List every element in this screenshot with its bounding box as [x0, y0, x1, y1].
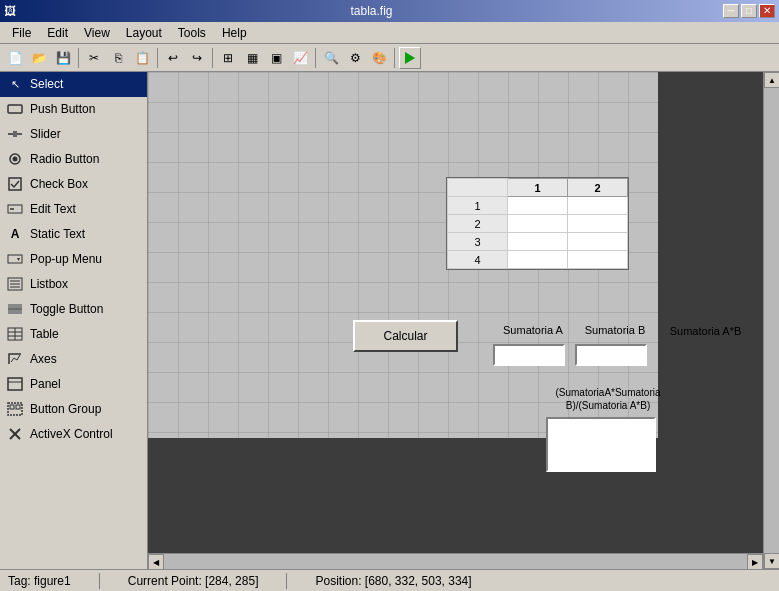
sidebar-item-popup-menu[interactable]: Pop-up Menu	[0, 247, 147, 272]
status-sep2	[286, 573, 287, 589]
table-cell-4-1[interactable]	[508, 251, 568, 269]
sidebar-label-panel: Panel	[30, 377, 61, 391]
sidebar-item-push-button[interactable]: Push Button	[0, 97, 147, 122]
cut-button[interactable]: ✂	[83, 47, 105, 69]
new-button[interactable]: 📄	[4, 47, 26, 69]
sidebar-label-check-box: Check Box	[30, 177, 88, 191]
table-widget[interactable]: 1 2 1 2 3	[446, 177, 629, 270]
menu-help[interactable]: Help	[214, 24, 255, 42]
sidebar-item-edit-text[interactable]: Edit Text	[0, 197, 147, 222]
svg-rect-0	[8, 105, 22, 113]
check-box-icon	[6, 175, 24, 193]
axes-icon	[6, 350, 24, 368]
save-button[interactable]: 💾	[52, 47, 74, 69]
sumatoria-a-label: Sumatoria A	[493, 320, 573, 340]
chart-button[interactable]: 📈	[289, 47, 311, 69]
horizontal-scrollbar[interactable]: ◀ ▶	[148, 553, 763, 569]
table-cell-3-2[interactable]	[568, 233, 628, 251]
table-row-num-3: 3	[448, 233, 508, 251]
sumatoria-b-value[interactable]	[575, 344, 647, 366]
svg-point-4	[13, 157, 18, 162]
scroll-track-h	[164, 554, 747, 569]
popup-menu-icon	[6, 250, 24, 268]
sidebar-item-axes[interactable]: Axes	[0, 347, 147, 372]
toolbar-sep3	[212, 48, 213, 68]
scroll-down-button[interactable]: ▼	[764, 553, 779, 569]
menu-layout[interactable]: Layout	[118, 24, 170, 42]
sidebar-label-radio-button: Radio Button	[30, 152, 99, 166]
app-icon: 🖼	[4, 4, 16, 18]
sidebar-label-select: Select	[30, 77, 63, 91]
sumatoria-a-value[interactable]	[493, 344, 565, 366]
undo-button[interactable]: ↩	[162, 47, 184, 69]
redo-button[interactable]: ↪	[186, 47, 208, 69]
grid2-button[interactable]: ▣	[265, 47, 287, 69]
table-col-2: 2	[568, 179, 628, 197]
align-button[interactable]: ⊞	[217, 47, 239, 69]
table-row-num-2: 2	[448, 215, 508, 233]
table-cell-1-2[interactable]	[568, 197, 628, 215]
scroll-left-button[interactable]: ◀	[148, 554, 164, 569]
scroll-up-button[interactable]: ▲	[764, 72, 779, 88]
scroll-right-button[interactable]: ▶	[747, 554, 763, 569]
table-cell-3-1[interactable]	[508, 233, 568, 251]
sidebar-item-table[interactable]: Table	[0, 322, 147, 347]
menu-file[interactable]: File	[4, 24, 39, 42]
color-button[interactable]: 🎨	[368, 47, 390, 69]
grid1-button[interactable]: ▦	[241, 47, 263, 69]
dark-panel-bottom	[148, 438, 779, 553]
canvas-area[interactable]: 1 2 1 2 3	[148, 72, 779, 569]
toolbar-sep1	[78, 48, 79, 68]
window-title: tabla.fig	[20, 4, 723, 18]
select-icon: ↖	[6, 75, 24, 93]
sidebar-label-listbox: Listbox	[30, 277, 68, 291]
maximize-button[interactable]: □	[741, 4, 757, 18]
toolbar-sep2	[157, 48, 158, 68]
table-row-num-1: 1	[448, 197, 508, 215]
table-cell-1-1[interactable]	[508, 197, 568, 215]
inspect-button[interactable]: 🔍	[320, 47, 342, 69]
result-box[interactable]	[546, 417, 656, 472]
window-controls: ─ □ ✕	[723, 4, 775, 18]
open-button[interactable]: 📂	[28, 47, 50, 69]
status-position: Position: [680, 332, 503, 334]	[315, 574, 471, 588]
menu-edit[interactable]: Edit	[39, 24, 76, 42]
sidebar-item-listbox[interactable]: Listbox	[0, 272, 147, 297]
menu-view[interactable]: View	[76, 24, 118, 42]
sidebar-item-toggle-button[interactable]: Toggle Button	[0, 297, 147, 322]
run-triangle-icon	[405, 52, 415, 64]
sidebar-item-static-text[interactable]: A Static Text	[0, 222, 147, 247]
calcular-button[interactable]: Calcular	[353, 320, 458, 352]
table-cell-4-2[interactable]	[568, 251, 628, 269]
toolbar-sep4	[315, 48, 316, 68]
copy-button[interactable]: ⎘	[107, 47, 129, 69]
sidebar-item-activex[interactable]: ActiveX Control	[0, 422, 147, 447]
static-text-icon: A	[6, 225, 24, 243]
run-button[interactable]	[399, 47, 421, 69]
panel-icon	[6, 375, 24, 393]
svg-rect-2	[13, 131, 17, 137]
table-icon	[6, 325, 24, 343]
sidebar-item-select[interactable]: ↖ Select	[0, 72, 147, 97]
radio-button-icon	[6, 150, 24, 168]
sidebar-item-check-box[interactable]: Check Box	[0, 172, 147, 197]
sidebar-item-radio-button[interactable]: Radio Button	[0, 147, 147, 172]
table-cell-2-1[interactable]	[508, 215, 568, 233]
prop-button[interactable]: ⚙	[344, 47, 366, 69]
sumatoria-b-label: Sumatoria B	[575, 320, 655, 340]
sidebar-label-slider: Slider	[30, 127, 61, 141]
vertical-scrollbar[interactable]: ▲ ▼	[763, 72, 779, 569]
paste-button[interactable]: 📋	[131, 47, 153, 69]
sidebar-item-slider[interactable]: Slider	[0, 122, 147, 147]
sidebar-item-button-group[interactable]: Button Group	[0, 397, 147, 422]
sidebar: ↖ Select Push Button Slider Radio Button	[0, 72, 148, 569]
sidebar-label-toggle-button: Toggle Button	[30, 302, 103, 316]
sumatoria-ab-label: Sumatoria A*B	[663, 316, 748, 346]
menu-tools[interactable]: Tools	[170, 24, 214, 42]
close-button[interactable]: ✕	[759, 4, 775, 18]
sidebar-label-popup-menu: Pop-up Menu	[30, 252, 102, 266]
table-cell-2-2[interactable]	[568, 215, 628, 233]
sidebar-label-push-button: Push Button	[30, 102, 95, 116]
sidebar-item-panel[interactable]: Panel	[0, 372, 147, 397]
minimize-button[interactable]: ─	[723, 4, 739, 18]
